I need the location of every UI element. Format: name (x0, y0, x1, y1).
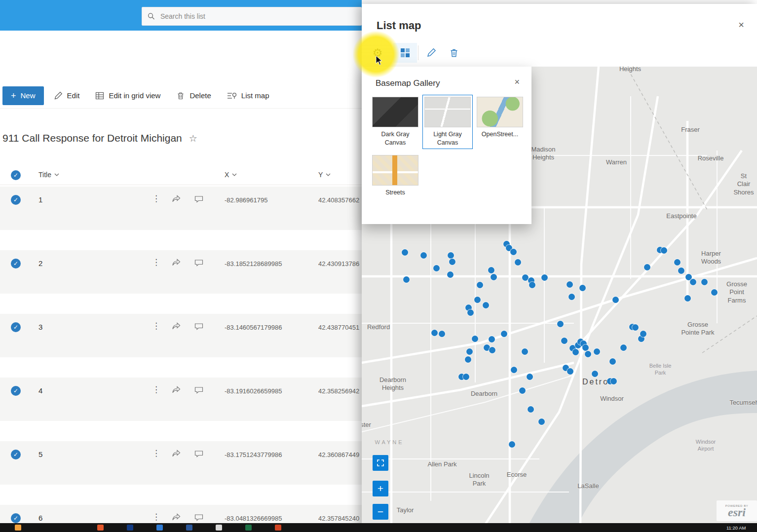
basemap-option[interactable]: Dark Gray Canvas (370, 95, 420, 149)
taskbar-icon[interactable] (186, 525, 192, 531)
row-overflow-button[interactable]: ⋮ (152, 384, 160, 395)
table-row[interactable]: ✓ 3 ⋮ -83.1460567179986 42.438770451 (0, 314, 362, 378)
row-select-checkbox[interactable]: ✓ (11, 259, 21, 268)
share-icon[interactable] (172, 513, 181, 523)
edit-map-button[interactable] (421, 43, 441, 63)
call-point[interactable] (582, 344, 589, 351)
share-icon[interactable] (172, 386, 181, 396)
call-point[interactable] (489, 336, 495, 342)
column-header-title[interactable]: Title (38, 171, 59, 179)
row-title[interactable]: 3 (38, 323, 42, 331)
favorite-star-icon[interactable]: ☆ (189, 133, 197, 144)
call-point[interactable] (640, 331, 646, 337)
call-point[interactable] (661, 247, 667, 254)
row-title[interactable]: 2 (38, 259, 42, 267)
call-point[interactable] (510, 249, 517, 255)
settings-gear-button[interactable]: ⚙ (369, 43, 386, 63)
call-point[interactable] (701, 279, 708, 285)
table-row[interactable]: ✓ 2 ⋮ -83.1852128689985 42.430913786 (0, 250, 362, 314)
list-map-button[interactable]: List map (221, 86, 275, 105)
share-icon[interactable] (172, 450, 181, 459)
call-point[interactable] (501, 331, 507, 337)
call-point[interactable] (684, 295, 691, 302)
call-point[interactable] (515, 259, 521, 266)
row-overflow-button[interactable]: ⋮ (152, 512, 160, 522)
basemap-option[interactable]: Light Gray Canvas (422, 95, 473, 149)
basemap-gallery-button[interactable] (393, 43, 417, 63)
call-point[interactable] (477, 282, 483, 288)
comment-icon[interactable] (194, 259, 203, 268)
call-point[interactable] (690, 279, 696, 285)
taskbar-icon[interactable] (127, 525, 133, 531)
call-point[interactable] (572, 349, 579, 355)
row-select-checkbox[interactable]: ✓ (11, 322, 21, 332)
taskbar-icon[interactable] (245, 525, 252, 531)
call-point[interactable] (522, 348, 528, 355)
call-point[interactable] (449, 259, 455, 265)
zoom-out-button[interactable]: − (373, 504, 388, 520)
row-overflow-button[interactable]: ⋮ (152, 193, 160, 204)
row-select-checkbox[interactable]: ✓ (11, 386, 21, 396)
comment-icon[interactable] (194, 450, 203, 459)
call-point[interactable] (431, 330, 438, 336)
row-select-checkbox[interactable]: ✓ (11, 450, 21, 459)
call-point[interactable] (527, 374, 533, 380)
call-point[interactable] (402, 249, 408, 256)
call-point[interactable] (403, 276, 410, 283)
edit-in-grid-view-button[interactable]: Edit in grid view (89, 86, 166, 105)
call-point[interactable] (568, 294, 575, 300)
call-point[interactable] (674, 259, 681, 266)
share-icon[interactable] (172, 195, 181, 205)
taskbar-icon[interactable] (275, 525, 281, 531)
call-point[interactable] (467, 309, 474, 316)
basemap-option[interactable]: OpenStreet... (475, 95, 525, 149)
zoom-in-button[interactable]: + (373, 481, 388, 496)
column-header-x[interactable]: X (225, 171, 237, 179)
taskbar[interactable]: 11:20 AM (0, 523, 757, 532)
panel-close-icon[interactable]: × (738, 20, 744, 30)
call-point[interactable] (488, 267, 494, 273)
row-title[interactable]: 4 (38, 386, 42, 395)
basemap-option[interactable]: Streets (370, 153, 420, 199)
call-point[interactable] (592, 371, 598, 377)
call-point[interactable] (557, 321, 564, 327)
search-input[interactable] (159, 12, 356, 21)
call-point[interactable] (609, 358, 616, 365)
row-overflow-button[interactable]: ⋮ (152, 257, 160, 267)
call-point[interactable] (420, 252, 427, 259)
row-overflow-button[interactable]: ⋮ (152, 321, 160, 331)
call-point[interactable] (528, 406, 534, 413)
taskbar-icon[interactable] (97, 525, 104, 531)
call-point[interactable] (448, 252, 454, 259)
comment-icon[interactable] (194, 386, 203, 396)
call-point[interactable] (620, 344, 627, 351)
comment-icon[interactable] (194, 195, 203, 205)
call-point[interactable] (509, 441, 515, 448)
call-point[interactable] (483, 302, 489, 308)
table-row[interactable]: ✓ 4 ⋮ -83.1916026659985 42.358256942 (0, 378, 362, 441)
call-point[interactable] (610, 378, 617, 384)
call-point[interactable] (465, 356, 471, 363)
call-point[interactable] (644, 264, 650, 270)
call-point[interactable] (567, 368, 573, 375)
taskbar-icon[interactable] (15, 525, 21, 531)
call-point[interactable] (472, 336, 478, 342)
call-point[interactable] (541, 274, 548, 281)
taskbar-icon[interactable] (216, 525, 222, 531)
call-point[interactable] (585, 351, 591, 357)
call-point[interactable] (489, 347, 495, 353)
call-point[interactable] (463, 374, 469, 380)
new-button[interactable]: + New (2, 86, 44, 105)
edit-button[interactable]: Edit (48, 86, 86, 105)
delete-map-button[interactable] (444, 43, 464, 63)
taskbar-icon[interactable] (156, 525, 163, 531)
call-point[interactable] (433, 265, 440, 271)
gallery-close-icon[interactable]: × (514, 77, 520, 86)
call-point[interactable] (594, 348, 600, 355)
call-point[interactable] (567, 281, 573, 288)
row-title[interactable]: 1 (38, 195, 42, 204)
call-point[interactable] (474, 297, 481, 303)
call-point[interactable] (711, 289, 718, 296)
call-point[interactable] (519, 387, 526, 394)
default-extent-button[interactable] (373, 455, 388, 471)
